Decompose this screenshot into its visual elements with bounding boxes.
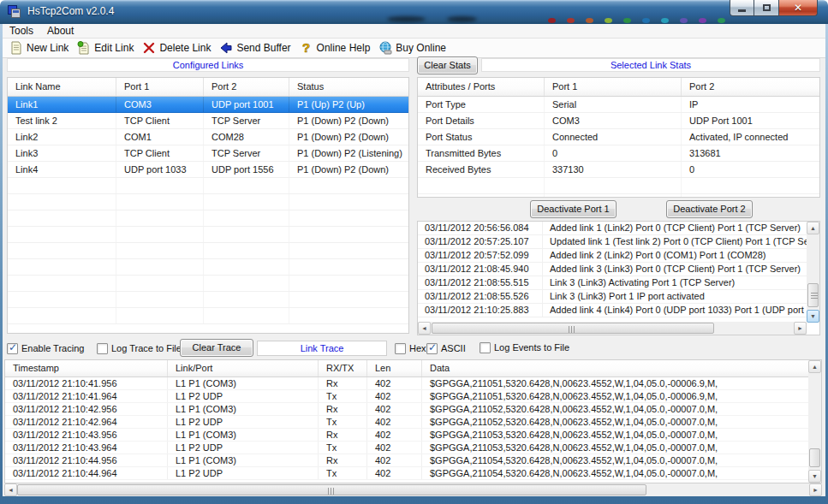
table-row[interactable]: 03/11/2012 21:10:42.956L1 P1 (COM3)Rx402… xyxy=(5,403,821,416)
toolbar: New Link Edit Link Delete Link Send Buff… xyxy=(3,39,825,58)
link-stats-table: Attributes / Ports Port 1 Port 2 Port Ty… xyxy=(417,77,820,198)
list-item[interactable]: 03/11/2012 20:57:25.107Updated link 1 (T… xyxy=(418,235,807,249)
column-header-status[interactable]: Status xyxy=(289,78,408,96)
list-item[interactable]: 03/11/2012 21:08:45.940Added link 3 (Lin… xyxy=(418,263,807,276)
column-header-port1[interactable]: Port 1 xyxy=(545,78,682,96)
column-header-link-name[interactable]: Link Name xyxy=(8,78,116,96)
scroll-right-icon[interactable]: ► xyxy=(794,322,807,335)
titlebar-desktop-reflection xyxy=(586,18,593,23)
list-item[interactable]: 03/11/2012 21:10:25.883Added link 4 (Lin… xyxy=(418,304,807,317)
column-header-port2[interactable]: Port 2 xyxy=(204,78,289,96)
edit-link-button[interactable]: Edit Link xyxy=(74,39,139,56)
trace-name-field[interactable]: Link Trace xyxy=(257,341,387,356)
maximize-button[interactable] xyxy=(754,0,779,16)
scroll-thumb[interactable] xyxy=(17,484,646,495)
clear-stats-button[interactable]: Clear Stats xyxy=(417,56,478,74)
log-events-to-file-checkbox[interactable]: Log Events to File xyxy=(480,341,569,354)
column-header-len[interactable]: Len xyxy=(367,360,422,377)
table-row[interactable]: Link1 COM3 UDP port 1001 P1 (Up) P2 (Up) xyxy=(8,97,408,113)
trace-table: Timestamp Link/Port RX/TX Len Data 03/11… xyxy=(4,359,822,483)
table-row[interactable]: Link2 COM1 COM28 P1 (Down) P2 (Down) xyxy=(8,129,408,145)
table-row[interactable]: 03/11/2012 21:10:43.964L1 P2 UDPTx402$GP… xyxy=(5,442,821,454)
table-row[interactable]: Link3 TCP Client TCP Server P1 (Down) P2… xyxy=(8,145,408,162)
table-row[interactable]: Test link 2 TCP Client TCP Server P1 (Do… xyxy=(8,113,408,129)
minimize-icon xyxy=(738,9,746,12)
table-row[interactable]: 03/11/2012 21:10:44.956L1 P1 (COM3)Rx402… xyxy=(5,454,821,467)
clear-trace-button[interactable]: Clear Trace xyxy=(180,339,253,357)
buy-online-icon xyxy=(378,41,392,55)
titlebar[interactable]: HsTcp2Com v2.0.4 ✕ xyxy=(0,0,828,24)
event-log-hscrollbar[interactable]: ◄ ► xyxy=(418,322,807,335)
titlebar-desktop-reflection xyxy=(567,18,575,23)
column-header-port2[interactable]: Port 2 xyxy=(682,78,817,96)
ascii-checkbox[interactable]: ASCII xyxy=(426,341,466,355)
scroll-left-icon[interactable]: ◄ xyxy=(4,483,17,496)
checkbox-icon xyxy=(7,343,18,354)
table-row[interactable]: 03/11/2012 21:10:43.956L1 P1 (COM3)Rx402… xyxy=(5,429,821,442)
scroll-up-icon[interactable]: ▲ xyxy=(808,360,821,373)
scroll-thumb[interactable] xyxy=(807,283,819,307)
deactivate-port2-button[interactable]: Deactivate Port 2 xyxy=(666,200,753,218)
list-item[interactable]: 03/11/2012 20:57:52.099Added link 2 (Lin… xyxy=(418,249,807,263)
table-row[interactable]: 03/11/2012 21:10:42.964L1 P2 UDPTx402$GP… xyxy=(5,416,821,429)
online-help-button[interactable]: ? Online Help xyxy=(296,39,376,56)
enable-tracing-checkbox[interactable]: Enable Tracing xyxy=(7,341,84,355)
close-button[interactable]: ✕ xyxy=(779,0,818,16)
configured-links-header: Link Name Port 1 Port 2 Status xyxy=(8,78,408,97)
event-log-vscrollbar[interactable]: ▲ ▼ xyxy=(807,222,819,323)
empty-row xyxy=(8,210,408,227)
scroll-left-icon[interactable]: ◄ xyxy=(418,322,431,335)
column-header-link-port[interactable]: Link/Port xyxy=(168,360,319,377)
column-header-port1[interactable]: Port 1 xyxy=(116,78,204,96)
column-header-rxtx[interactable]: RX/TX xyxy=(319,360,367,377)
empty-row xyxy=(8,292,408,308)
titlebar-desktop-reflection xyxy=(699,18,706,23)
titlebar-desktop-reflection xyxy=(623,18,631,23)
list-item[interactable]: 03/11/2012 21:08:55.515Link 3 (Link3) Ac… xyxy=(418,276,807,290)
menu-tools[interactable]: Tools xyxy=(3,24,40,38)
menu-about[interactable]: About xyxy=(40,24,80,38)
scroll-up-icon[interactable]: ▲ xyxy=(807,222,819,234)
table-row[interactable]: Link4 UDP port 1033 UDP port 1556 P1 (Do… xyxy=(8,162,408,178)
minimize-button[interactable] xyxy=(730,0,754,16)
table-row[interactable]: 03/11/2012 21:10:44.964L1 P2 UDPTx402$GP… xyxy=(5,467,821,480)
titlebar-desktop-reflection xyxy=(605,18,612,23)
menu-bar: Tools About xyxy=(3,24,825,39)
table-row[interactable]: 03/11/2012 21:10:41.956L1 P1 (COM3)Rx402… xyxy=(5,377,821,390)
edit-link-icon xyxy=(77,41,91,55)
list-item[interactable]: 03/11/2012 20:56:56.084Added link 1 (Lin… xyxy=(418,222,807,235)
buy-online-button[interactable]: Buy Online xyxy=(375,39,451,56)
scroll-down-icon[interactable]: ▼ xyxy=(808,470,821,483)
client-area: Tools About New Link Edit Link Delete Li… xyxy=(3,24,825,496)
scroll-down-icon[interactable]: ▼ xyxy=(807,310,819,323)
configured-links-title: Configured Links xyxy=(7,58,409,72)
send-buffer-button[interactable]: Send Buffer xyxy=(216,39,295,56)
trace-hscrollbar[interactable]: ◄ ► xyxy=(4,483,822,496)
app-icon[interactable] xyxy=(8,5,21,19)
trace-vscrollbar[interactable]: ▲ ▼ xyxy=(808,360,821,483)
empty-row xyxy=(8,227,408,243)
empty-row xyxy=(8,243,408,259)
link-stats-header: Attributes / Ports Port 1 Port 2 xyxy=(418,78,819,97)
checkbox-icon xyxy=(426,343,438,354)
scroll-thumb[interactable] xyxy=(432,323,714,334)
scroll-right-icon[interactable]: ► xyxy=(809,483,822,496)
list-item[interactable]: 03/11/2012 21:08:55.526Link 3 (Link3) Po… xyxy=(418,290,807,304)
hex-checkbox[interactable]: Hex xyxy=(395,341,426,355)
empty-row xyxy=(418,178,819,194)
new-link-button[interactable]: New Link xyxy=(6,39,74,56)
delete-link-button[interactable]: Delete Link xyxy=(139,39,216,56)
empty-row xyxy=(418,194,819,198)
column-header-data[interactable]: Data xyxy=(422,360,808,377)
empty-row xyxy=(8,276,408,292)
close-icon: ✕ xyxy=(794,3,802,13)
deactivate-port1-button[interactable]: Deactivate Port 1 xyxy=(530,200,617,218)
table-row[interactable]: 03/11/2012 21:10:41.964L1 P2 UDPTx402$GP… xyxy=(5,390,821,403)
column-header-attributes[interactable]: Attributes / Ports xyxy=(418,78,545,96)
checkbox-icon xyxy=(97,343,108,354)
scroll-thumb[interactable] xyxy=(809,448,820,467)
log-trace-to-file-checkbox[interactable]: Log Trace to File xyxy=(97,341,182,355)
titlebar-desktop-reflection xyxy=(661,18,669,23)
column-header-timestamp[interactable]: Timestamp xyxy=(5,360,168,377)
empty-row xyxy=(8,194,408,210)
